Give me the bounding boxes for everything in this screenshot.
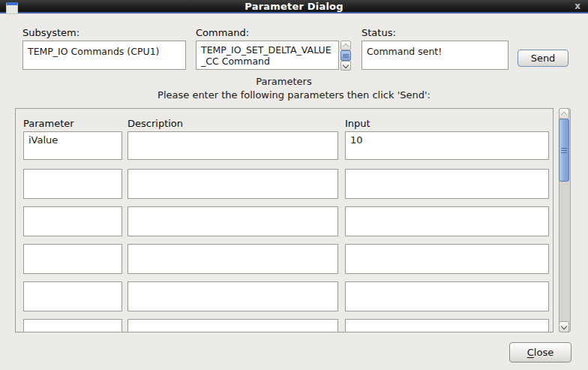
close-button-label: lose [534, 347, 554, 358]
command-scrollbar [340, 41, 351, 71]
command-scroll-down-button[interactable] [340, 61, 351, 71]
input-field[interactable]: 10 [345, 131, 549, 160]
thumb-grip [561, 152, 567, 153]
scroll-up-button[interactable] [559, 108, 569, 119]
window-title: Parameter Dialog [0, 1, 588, 12]
close-button-mnemonic: C [527, 347, 534, 358]
thumb-grip [343, 56, 349, 56]
scroll-down-button[interactable] [559, 321, 569, 332]
description-field[interactable] [128, 281, 338, 311]
command-field[interactable]: TEMP_IO_SET_DELTA_VALUE _CC Command [196, 41, 339, 70]
description-field[interactable] [128, 131, 338, 160]
input-field[interactable] [345, 169, 549, 199]
input-field[interactable] [345, 206, 549, 236]
command-scroll-up-button[interactable] [340, 41, 351, 50]
parameter-field[interactable] [23, 244, 122, 274]
parameters-instruction: Please enter the following parameters th… [0, 89, 588, 101]
thumb-grip [343, 54, 349, 55]
thumb-grip [343, 57, 349, 58]
subsystem-field[interactable]: TEMP_IO Commands (CPU1) [22, 41, 186, 70]
subsystem-label: Subsystem: [22, 27, 80, 38]
command-label: Command: [196, 27, 249, 38]
table-scrollbar[interactable] [559, 108, 571, 332]
parameters-heading: Parameters [15, 76, 553, 87]
description-field[interactable] [128, 206, 338, 236]
column-header-description: Description [128, 118, 183, 129]
close-button[interactable]: Close [509, 342, 572, 362]
close-window-icon[interactable]: x [574, 1, 580, 11]
parameter-field[interactable] [23, 206, 122, 236]
chevron-up-icon [343, 43, 349, 49]
titlebar[interactable]: Parameter Dialog x [0, 0, 588, 14]
parameter-dialog-window: Parameter Dialog x Subsystem: Command: S… [0, 0, 588, 370]
input-field[interactable] [345, 281, 549, 311]
description-field[interactable] [128, 244, 338, 274]
chevron-down-icon [561, 323, 567, 329]
column-header-parameter: Parameter [23, 118, 74, 129]
command-scroll-thumb[interactable] [340, 50, 351, 61]
chevron-up-icon [561, 111, 567, 117]
input-field[interactable] [345, 319, 549, 332]
description-field[interactable] [128, 169, 338, 199]
parameter-field[interactable] [23, 319, 122, 332]
description-field[interactable] [128, 319, 338, 332]
scroll-thumb[interactable] [559, 119, 569, 182]
thumb-grip [561, 148, 567, 149]
input-field[interactable] [345, 244, 549, 274]
chevron-down-icon [343, 62, 349, 68]
parameter-field[interactable] [23, 169, 122, 199]
status-field[interactable]: Command sent! [362, 41, 508, 70]
parameter-field[interactable] [23, 281, 122, 311]
status-label: Status: [362, 27, 396, 38]
send-button[interactable]: Send [518, 50, 568, 67]
thumb-grip [561, 150, 567, 151]
parameter-field[interactable]: iValue [23, 131, 122, 160]
column-header-input: Input [345, 118, 370, 129]
parameters-table: Parameter Description Input iValue 10 [15, 108, 554, 332]
